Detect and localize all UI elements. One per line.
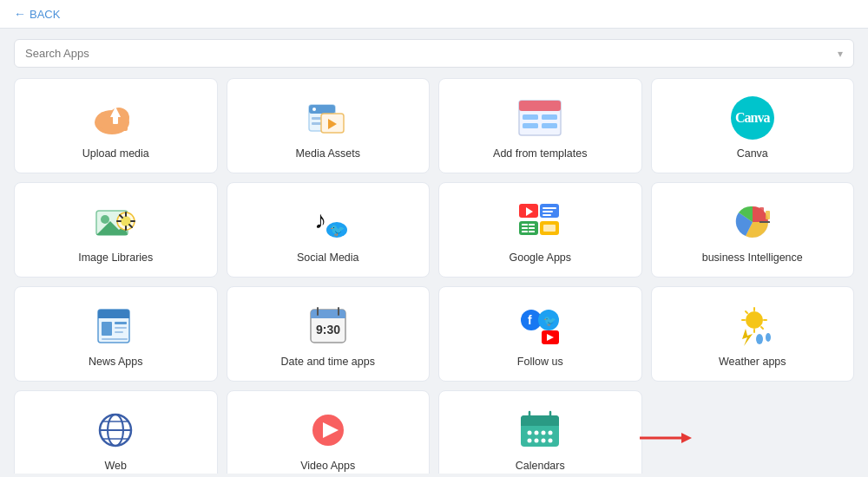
- upload-media-icon: [93, 95, 138, 140]
- svg-point-85: [766, 333, 771, 342]
- top-bar: ← BACK: [0, 0, 868, 29]
- app-card-business-intelligence[interactable]: business Intelligence: [651, 182, 855, 278]
- svg-rect-56: [115, 322, 127, 324]
- svg-text:🐦: 🐦: [330, 223, 345, 238]
- svg-line-82: [761, 327, 763, 329]
- image-libraries-icon: [93, 199, 138, 245]
- app-card-follow-us[interactable]: f 🐦: [438, 286, 642, 382]
- svg-rect-15: [523, 114, 538, 120]
- red-arrow-indicator: [640, 429, 692, 447]
- canva-icon: Canva: [730, 95, 775, 140]
- dropdown-icon[interactable]: ▾: [838, 48, 843, 60]
- svg-text:♪: ♪: [314, 206, 326, 233]
- svg-rect-5: [113, 115, 118, 124]
- app-card-web[interactable]: Web: [14, 390, 218, 474]
- svg-rect-37: [542, 211, 553, 212]
- app-card-templates[interactable]: Add from templates: [438, 78, 642, 173]
- svg-point-72: [528, 334, 535, 341]
- svg-point-100: [528, 439, 532, 443]
- svg-rect-43: [529, 224, 535, 225]
- calendars-icon: [517, 408, 562, 453]
- svg-point-103: [549, 439, 553, 443]
- svg-point-98: [542, 431, 546, 435]
- svg-rect-16: [523, 123, 538, 128]
- app-card-video[interactable]: Video Apps: [227, 390, 431, 474]
- canva-label: Canva: [737, 147, 768, 160]
- svg-point-101: [535, 439, 539, 443]
- media-assets-icon: [306, 95, 351, 140]
- video-apps-label: Video Apps: [300, 460, 355, 472]
- back-label: BACK: [30, 8, 60, 21]
- svg-text:🐦: 🐦: [543, 314, 556, 327]
- follow-us-icon: f 🐦: [517, 304, 562, 349]
- svg-point-73: [536, 331, 537, 333]
- svg-rect-50: [766, 211, 770, 219]
- business-intelligence-icon: [730, 199, 775, 245]
- svg-rect-95: [521, 422, 559, 426]
- canva-logo: Canva: [731, 96, 774, 140]
- social-media-label: Social Media: [297, 252, 359, 264]
- web-label: Web: [105, 460, 127, 472]
- svg-text:9:30: 9:30: [316, 323, 340, 337]
- svg-rect-18: [542, 123, 557, 128]
- apps-grid: Upload media Media Assets: [14, 78, 854, 474]
- svg-rect-54: [98, 315, 129, 318]
- app-card-social-media[interactable]: ♪ 🐦 Social Media: [227, 182, 431, 278]
- svg-point-84: [756, 334, 763, 344]
- upload-media-label: Upload media: [82, 147, 149, 160]
- social-media-icon: ♪ 🐦: [306, 199, 351, 245]
- app-card-news-apps[interactable]: News Apps: [14, 286, 218, 382]
- svg-rect-49: [760, 207, 764, 219]
- google-apps-icon: [517, 199, 562, 245]
- svg-rect-41: [522, 227, 528, 229]
- news-apps-label: News Apps: [89, 356, 143, 368]
- svg-rect-59: [102, 338, 128, 340]
- app-card-image-libraries[interactable]: Image Libraries: [14, 182, 218, 278]
- app-card-calendars[interactable]: Calendars: [438, 390, 642, 474]
- svg-point-20: [101, 215, 109, 224]
- svg-rect-40: [522, 224, 528, 225]
- web-icon: [93, 408, 138, 453]
- app-card-weather[interactable]: Weather apps: [651, 286, 855, 382]
- svg-text:f: f: [528, 313, 532, 327]
- svg-point-102: [542, 439, 546, 443]
- svg-rect-17: [542, 114, 557, 120]
- back-arrow-icon: ←: [14, 7, 26, 21]
- video-apps-icon: [306, 408, 351, 453]
- svg-point-76: [746, 311, 763, 329]
- app-card-date-time[interactable]: 9:30 Date and time apps: [227, 286, 431, 382]
- follow-us-label: Follow us: [517, 356, 563, 368]
- content-area: ▾ Upload media: [0, 29, 868, 474]
- svg-rect-38: [542, 214, 551, 216]
- weather-icon: [730, 304, 775, 349]
- image-libraries-label: Image Libraries: [78, 252, 153, 264]
- svg-rect-36: [542, 207, 556, 209]
- svg-rect-58: [115, 331, 123, 333]
- svg-rect-14: [519, 101, 561, 111]
- svg-rect-45: [529, 231, 535, 232]
- svg-rect-51: [760, 221, 770, 223]
- svg-rect-55: [102, 322, 112, 336]
- business-intelligence-label: business Intelligence: [702, 252, 803, 264]
- weather-label: Weather apps: [719, 356, 786, 368]
- app-card-google-apps[interactable]: Google Apps: [438, 182, 642, 278]
- svg-marker-107: [681, 433, 692, 443]
- app-card-media-assets[interactable]: Media Assets: [227, 78, 431, 173]
- svg-line-81: [746, 311, 747, 313]
- svg-rect-44: [529, 227, 535, 229]
- date-time-icon: 9:30: [306, 304, 351, 349]
- templates-icon: [517, 95, 562, 140]
- svg-rect-42: [522, 231, 528, 232]
- svg-marker-83: [742, 329, 753, 346]
- svg-rect-62: [311, 315, 345, 318]
- app-card-upload-media[interactable]: Upload media: [14, 78, 218, 173]
- search-bar[interactable]: ▾: [14, 39, 854, 68]
- templates-label: Add from templates: [493, 147, 587, 160]
- search-input[interactable]: [25, 47, 838, 60]
- svg-point-97: [535, 431, 539, 435]
- date-time-label: Date and time apps: [281, 356, 375, 368]
- google-apps-label: Google Apps: [509, 252, 571, 264]
- svg-rect-47: [543, 225, 556, 232]
- app-card-canva[interactable]: Canva Canva: [651, 78, 855, 173]
- back-button[interactable]: ← BACK: [14, 7, 60, 21]
